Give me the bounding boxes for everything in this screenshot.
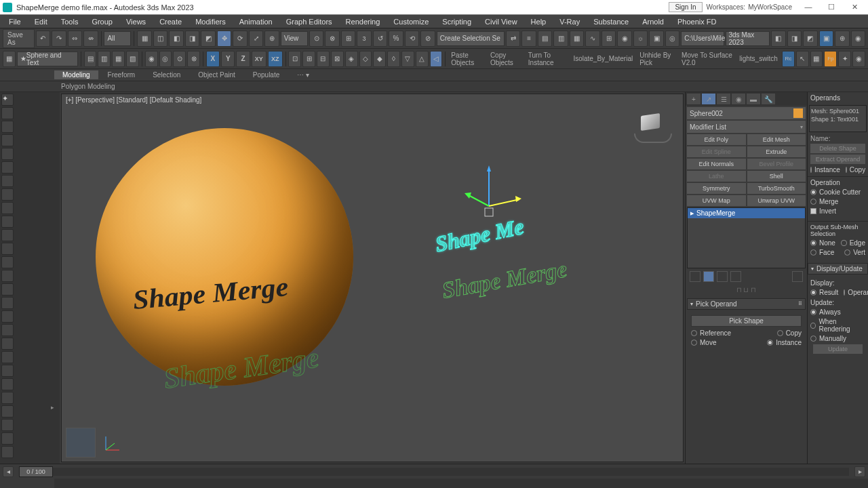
- mod-bevelprofile[interactable]: Bevel Profile: [747, 159, 806, 169]
- select-lasso-button[interactable]: ◨: [185, 30, 200, 47]
- stack-item-shapemerge[interactable]: ShapeMerge: [688, 208, 805, 218]
- mod-unwrapuvw[interactable]: Unwrap UVW: [747, 195, 806, 206]
- select-paint-button[interactable]: ◧: [169, 30, 184, 47]
- layer-button[interactable]: ▤: [538, 30, 553, 47]
- radio-cookie[interactable]: [810, 189, 816, 195]
- left-tool[interactable]: [1, 107, 14, 119]
- left-tool[interactable]: [1, 392, 14, 404]
- snap4-button[interactable]: ⊠: [331, 51, 344, 67]
- custom-btn-surface[interactable]: Move To Surface V2.0: [679, 52, 735, 66]
- axis-y-button[interactable]: Y: [221, 51, 235, 67]
- pctsnap-button[interactable]: %: [389, 30, 403, 47]
- left-tool[interactable]: [1, 378, 14, 390]
- mod-turbosmooth[interactable]: TurboSmooth: [747, 183, 806, 194]
- lock-button[interactable]: ⊘: [420, 30, 435, 47]
- iso-button[interactable]: ◉: [145, 51, 158, 67]
- custom-btn-lights[interactable]: lights_switch: [736, 55, 781, 62]
- viewport-label[interactable]: [+] [Perspective] [Standard] [Default Sh…: [66, 96, 201, 104]
- select-crossing-button[interactable]: ◫: [153, 30, 168, 47]
- layer-tb1[interactable]: ▤: [84, 51, 97, 67]
- radio-instance[interactable]: [767, 340, 773, 346]
- axis-xy-button[interactable]: XY: [252, 51, 267, 67]
- object-color-swatch[interactable]: [793, 108, 803, 118]
- mated-button[interactable]: ◉: [617, 30, 632, 47]
- left-tool[interactable]: [1, 310, 14, 323]
- left-tool[interactable]: [1, 432, 14, 445]
- render2-button[interactable]: ▣: [649, 30, 664, 47]
- scale-tool-button[interactable]: ⤢: [249, 30, 264, 47]
- fp-button[interactable]: Fp: [824, 51, 837, 67]
- rotate-tool-button[interactable]: ⟳: [233, 30, 248, 47]
- left-tool[interactable]: [1, 202, 14, 214]
- menu-animation[interactable]: Animation: [233, 16, 279, 27]
- menu-rendering[interactable]: Rendering: [340, 16, 387, 27]
- snap5-button[interactable]: ◈: [345, 51, 358, 67]
- undo-button[interactable]: ↶: [36, 30, 51, 47]
- radio-edge[interactable]: [841, 240, 847, 246]
- stack-remove-icon[interactable]: [730, 271, 741, 282]
- left-tool[interactable]: [1, 405, 14, 418]
- menu-help[interactable]: Help: [525, 16, 553, 27]
- expand-handle[interactable]: ▸: [51, 404, 54, 411]
- ex2-button[interactable]: ▦: [810, 51, 823, 67]
- menu-arnold[interactable]: Arnold: [636, 16, 670, 27]
- ex1-button[interactable]: ↖: [796, 51, 809, 67]
- maximize-button[interactable]: ☐: [821, 3, 842, 12]
- radio-operands[interactable]: [844, 289, 845, 296]
- viewport-perspective[interactable]: [+] [Perspective] [Standard] [Default Sh…: [61, 94, 684, 462]
- layer-tb4[interactable]: ▧: [126, 51, 139, 67]
- custom-btn-isolate[interactable]: Isolate_By_Material: [570, 55, 635, 62]
- left-tool[interactable]: [1, 256, 14, 268]
- ribbon-tab-freeform[interactable]: Freeform: [100, 70, 144, 79]
- left-tool[interactable]: [1, 351, 14, 363]
- update-button[interactable]: Update: [813, 344, 863, 354]
- ex4-button[interactable]: ◉: [852, 51, 865, 67]
- menu-scripting[interactable]: Scripting: [436, 16, 477, 27]
- menu-substance[interactable]: Substance: [587, 16, 635, 27]
- pivot-button[interactable]: ⊙: [309, 30, 324, 47]
- save-as-button[interactable]: Save As: [3, 29, 35, 48]
- left-tool[interactable]: [1, 283, 14, 296]
- snap3-button[interactable]: ⊟: [317, 51, 330, 67]
- menu-phoenixfd[interactable]: Phoenix FD: [671, 16, 722, 27]
- left-tool[interactable]: [1, 161, 14, 174]
- left-tool[interactable]: [1, 121, 14, 133]
- path2-dropdown[interactable]: 3ds Max 2023: [726, 31, 770, 46]
- mod-editpoly[interactable]: Edit Poly: [687, 134, 746, 145]
- menu-create[interactable]: Create: [153, 16, 188, 27]
- layer2-button[interactable]: ▥: [553, 30, 568, 47]
- redo-button[interactable]: ↷: [52, 30, 66, 47]
- snap2-button[interactable]: ⊞: [302, 51, 315, 67]
- radio-move[interactable]: [691, 340, 697, 346]
- extra1-button[interactable]: ◧: [771, 30, 786, 47]
- unlink-button[interactable]: ⇎: [83, 30, 98, 47]
- mirror-button[interactable]: ⇄: [506, 30, 521, 47]
- named-sel-dropdown[interactable]: Create Selection Se: [437, 31, 505, 46]
- mod-lathe[interactable]: Lathe: [687, 171, 746, 182]
- menu-customize[interactable]: Customize: [387, 16, 435, 27]
- minimize-button[interactable]: —: [797, 3, 819, 12]
- manip-button[interactable]: ⊗: [325, 30, 340, 47]
- left-tool[interactable]: [1, 229, 14, 241]
- radio-vert[interactable]: [844, 249, 850, 256]
- viewcube[interactable]: [634, 108, 669, 143]
- left-tool[interactable]: [1, 419, 14, 431]
- rollout-pickoperand-header[interactable]: Pick Operand⠿: [687, 298, 806, 310]
- mod-editmesh[interactable]: Edit Mesh: [747, 134, 806, 145]
- scene-button[interactable]: ▦: [3, 51, 16, 67]
- refcoord-dropdown[interactable]: View: [281, 31, 308, 46]
- extra5-button[interactable]: ⊕: [835, 30, 850, 47]
- snap11-button[interactable]: ◁: [430, 51, 443, 67]
- place-tool-button[interactable]: ⊕: [264, 30, 279, 47]
- time-slider[interactable]: 0 / 100: [19, 468, 849, 476]
- menu-grapheditors[interactable]: Graph Editors: [280, 16, 338, 27]
- key-button[interactable]: ⊞: [341, 30, 356, 47]
- mod-symmetry[interactable]: Symmetry: [687, 183, 746, 194]
- left-tool[interactable]: [1, 297, 14, 309]
- close-button[interactable]: ✕: [844, 3, 865, 12]
- object-name-field[interactable]: Sphere002: [687, 107, 806, 119]
- iso2-button[interactable]: ◎: [159, 51, 172, 67]
- snap8-button[interactable]: ◊: [387, 51, 400, 67]
- radio-op-instance[interactable]: [810, 167, 812, 173]
- modifier-stack[interactable]: ShapeMerge: [687, 207, 806, 268]
